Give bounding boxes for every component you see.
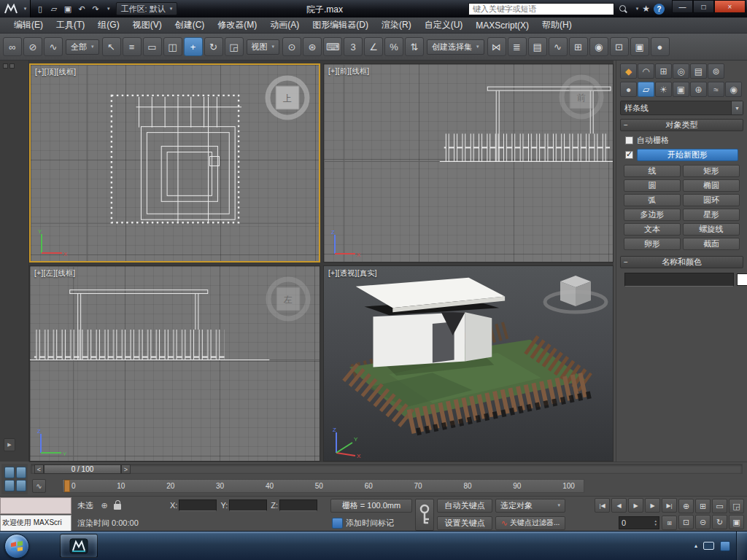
display-tab[interactable]: ▤ <box>690 63 707 79</box>
menu-help[interactable]: 帮助(H) <box>535 18 578 34</box>
viewcube[interactable] <box>542 270 609 321</box>
go-to-end-button[interactable]: ▶| <box>662 498 677 513</box>
tray-expand-icon[interactable]: ▴ <box>694 542 697 549</box>
shape-type-dropdown[interactable]: 样条线 ▼ <box>620 101 743 115</box>
zoom-all-button[interactable]: ⊞ <box>695 499 711 513</box>
menu-modifiers[interactable]: 修改器(M) <box>211 18 263 34</box>
workspace-dropdown[interactable]: 工作区: 默认 ▾ <box>116 2 178 15</box>
maximize-button[interactable]: □ <box>693 0 714 13</box>
object-type-rollout[interactable]: − 对象类型 <box>620 119 743 131</box>
egg-button[interactable]: 卵形 <box>624 238 681 250</box>
menu-rendering[interactable]: 渲染(R) <box>375 18 418 34</box>
orbit-button[interactable]: ↻ <box>712 515 727 529</box>
select-object-button[interactable]: ↖ <box>102 37 121 56</box>
viewcube[interactable]: 左 <box>260 270 316 328</box>
helix-button[interactable]: 螺旋线 <box>683 223 740 236</box>
hierarchy-tab[interactable]: ⊞ <box>655 63 672 79</box>
save-file-button[interactable]: ▣ <box>61 2 74 15</box>
circle-button[interactable]: 圆 <box>624 179 681 192</box>
percent-snap-button[interactable]: % <box>384 37 403 56</box>
curve-editor-button[interactable]: ∿ <box>549 37 568 56</box>
zoom-region-button[interactable]: ⊡ <box>678 515 694 529</box>
tray-app-icon[interactable] <box>720 541 730 551</box>
select-and-link-button[interactable]: ∞ <box>3 37 22 56</box>
section-button[interactable]: 截面 <box>683 238 740 250</box>
rect-selection-region-button[interactable]: ▭ <box>143 37 162 56</box>
key-selection-dropdown[interactable]: 选定对象 ▾ <box>495 499 565 513</box>
y-coordinate-field[interactable] <box>229 499 267 511</box>
viewcube[interactable]: 前 <box>554 68 609 126</box>
maximize-viewport-toggle[interactable]: ▣ <box>729 515 744 529</box>
menu-maxscript[interactable]: MAXScript(X) <box>469 18 535 34</box>
application-menu-button[interactable]: ▾ <box>0 0 31 18</box>
select-by-name-button[interactable]: ≡ <box>123 37 142 56</box>
arc-button[interactable]: 弧 <box>624 194 681 206</box>
systems-category[interactable]: ◉ <box>725 82 742 97</box>
render-production-button[interactable]: ● <box>651 37 670 56</box>
material-editor-button[interactable]: ◉ <box>589 37 608 56</box>
viewport-front[interactable]: [+][前][线框] 前 Z X <box>323 63 614 262</box>
zoom-button[interactable]: ⊕ <box>678 499 694 513</box>
snap-toggle-3d-button[interactable]: 3 <box>344 37 363 56</box>
time-slider-label[interactable]: 0 / 100 <box>44 464 121 474</box>
geometry-category[interactable]: ● <box>620 82 637 97</box>
selection-filter-dropdown[interactable]: 全部 ▾ <box>66 39 99 55</box>
donut-button[interactable]: 圆环 <box>683 194 740 206</box>
viewport-perspective[interactable]: [+][透视][真实] Z X Y <box>323 265 614 462</box>
current-frame-marker[interactable] <box>64 480 70 492</box>
cameras-category[interactable]: ▣ <box>673 82 689 97</box>
track-bar-ruler[interactable]: 0 10 20 30 40 50 60 70 80 90 100 <box>62 479 584 493</box>
menu-create[interactable]: 创建(C) <box>169 18 212 34</box>
new-file-button[interactable]: ▯ <box>34 2 47 15</box>
ellipse-button[interactable]: 椭圆 <box>683 179 740 192</box>
go-to-start-button[interactable]: |◀ <box>595 498 610 513</box>
grid-size-display[interactable]: 栅格 = 100.0mm <box>330 499 412 513</box>
start-new-shape-checkbox[interactable] <box>625 151 633 159</box>
menu-views[interactable]: 视图(V) <box>126 18 169 34</box>
layer-manager-button[interactable]: ▤ <box>528 37 547 56</box>
add-time-tag-button[interactable]: 添加时间标记 <box>346 518 394 529</box>
key-filters-button[interactable]: ∿ 关键点过滤器... <box>495 516 565 530</box>
menu-graph-editors[interactable]: 图形编辑器(D) <box>306 18 375 34</box>
unlink-selection-button[interactable]: ⊘ <box>23 37 42 56</box>
isolate-selection-icon[interactable]: ⊕ <box>98 499 111 512</box>
shapes-category[interactable]: ▱ <box>638 82 654 97</box>
viewcube[interactable]: 上 <box>260 69 315 127</box>
pan-button[interactable]: ⊝ <box>695 515 711 529</box>
time-slider-handle[interactable]: < 0 / 100 > <box>34 464 131 474</box>
name-color-rollout[interactable]: − 名称和颜色 <box>620 256 743 268</box>
object-color-swatch[interactable] <box>737 273 747 286</box>
redo-button[interactable]: ↷ <box>89 2 102 15</box>
undo-button[interactable]: ↶ <box>75 2 88 15</box>
search-icon[interactable] <box>618 4 628 14</box>
menu-customize[interactable]: 自定义(U) <box>418 18 470 34</box>
viewport-left[interactable]: [+][左][线框] 左 Z Y <box>29 265 320 462</box>
select-and-rotate-button[interactable]: ↻ <box>204 37 223 56</box>
play-button[interactable]: ▶ <box>628 498 643 513</box>
search-input[interactable] <box>468 3 614 15</box>
viewport-label-perspective[interactable]: [+][透视][真实] <box>328 268 377 279</box>
viewport-label-front[interactable]: [+][前][线框] <box>328 66 370 77</box>
selection-lock-icon[interactable] <box>111 499 124 512</box>
bind-to-space-warp-button[interactable]: ∿ <box>44 37 63 56</box>
taskbar-3ds-max-button[interactable] <box>60 534 98 558</box>
schematic-view-button[interactable]: ⊞ <box>569 37 588 56</box>
next-frame-nudge-button[interactable]: > <box>121 464 131 474</box>
render-setup-button[interactable]: ⊡ <box>610 37 629 56</box>
menu-tools[interactable]: 工具(T) <box>50 18 91 34</box>
zoom-extents-button[interactable]: ▭ <box>712 499 727 513</box>
menu-edit[interactable]: 编辑(E) <box>7 18 50 34</box>
maxscript-mini-listener-output[interactable]: 欢迎使用 MAXScri <box>0 515 71 532</box>
network-tray-icon[interactable] <box>703 542 714 550</box>
text-button[interactable]: 文本 <box>624 223 681 236</box>
reference-coordinate-dropdown[interactable]: 视图 ▾ <box>247 39 280 55</box>
open-mini-curve-editor-button[interactable]: ∿ <box>32 479 46 493</box>
spinner-snap-button[interactable]: ⇅ <box>405 37 424 56</box>
chevron-down-icon[interactable]: ▾ <box>107 6 110 12</box>
next-frame-button[interactable]: ▶ <box>645 498 660 513</box>
rendered-frame-window-button[interactable]: ▣ <box>630 37 649 56</box>
time-configuration-button[interactable]: ⊞ <box>662 516 677 530</box>
layout-tabs-flyout-button[interactable]: ▶ <box>4 438 15 451</box>
use-pivot-point-center-button[interactable]: ⊙ <box>282 37 301 56</box>
current-frame-field[interactable]: 0 ▴ ▾ <box>619 516 659 529</box>
